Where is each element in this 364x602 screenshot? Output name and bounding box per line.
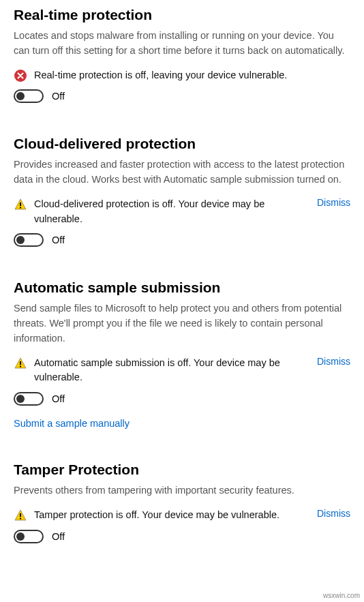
realtime-toggle-row: Off: [14, 89, 350, 103]
warning-icon: [14, 198, 27, 211]
svg-rect-4: [20, 365, 21, 367]
realtime-alert-row: Real-time protection is off, leaving you…: [14, 68, 350, 83]
svg-rect-5: [20, 513, 21, 517]
svg-rect-1: [20, 202, 21, 206]
section-cloud: Cloud-delivered protection Provides incr…: [14, 136, 350, 247]
tamper-desc: Prevents others from tampering with impo…: [14, 483, 350, 498]
tamper-toggle[interactable]: [14, 530, 44, 543]
tamper-alert-text: Tamper protection is off. Your device ma…: [34, 508, 310, 523]
cloud-title: Cloud-delivered protection: [14, 136, 350, 152]
cloud-alert-text: Cloud-delivered protection is off. Your …: [34, 197, 310, 227]
sample-alert-text: Automatic sample submission is off. Your…: [34, 356, 310, 386]
realtime-toggle[interactable]: [14, 89, 44, 103]
tamper-toggle-row: Off: [14, 530, 350, 543]
submit-sample-link[interactable]: Submit a sample manually: [14, 418, 130, 429]
realtime-title: Real-time protection: [14, 7, 350, 23]
tamper-title: Tamper Protection: [14, 462, 350, 478]
sample-toggle-row: Off: [14, 392, 350, 406]
svg-rect-2: [20, 207, 21, 208]
sample-desc: Send sample files to Microsoft to help p…: [14, 301, 350, 346]
tamper-toggle-label: Off: [52, 531, 65, 542]
sample-title: Automatic sample submission: [14, 280, 350, 296]
warning-icon: [14, 509, 27, 522]
cloud-desc: Provides increased and faster protection…: [14, 157, 350, 187]
svg-rect-6: [20, 517, 21, 519]
error-icon: [14, 69, 27, 82]
section-tamper: Tamper Protection Prevents others from t…: [14, 462, 350, 543]
svg-rect-3: [20, 361, 21, 365]
cloud-dismiss-link[interactable]: Dismiss: [317, 197, 350, 208]
tamper-dismiss-link[interactable]: Dismiss: [317, 508, 350, 519]
realtime-toggle-label: Off: [52, 91, 65, 102]
warning-icon: [14, 357, 27, 370]
realtime-desc: Locates and stops malware from installin…: [14, 29, 350, 59]
sample-toggle-label: Off: [52, 393, 65, 404]
cloud-alert-row: Cloud-delivered protection is off. Your …: [14, 197, 350, 227]
sample-toggle[interactable]: [14, 392, 44, 406]
cloud-toggle-row: Off: [14, 233, 350, 247]
cloud-toggle-label: Off: [52, 235, 65, 245]
sample-alert-row: Automatic sample submission is off. Your…: [14, 356, 350, 386]
section-realtime: Real-time protection Locates and stops m…: [14, 7, 350, 103]
section-sample: Automatic sample submission Send sample …: [14, 280, 350, 429]
realtime-alert-text: Real-time protection is off, leaving you…: [34, 68, 350, 83]
tamper-alert-row: Tamper protection is off. Your device ma…: [14, 508, 350, 523]
cloud-toggle[interactable]: [14, 233, 44, 247]
sample-dismiss-link[interactable]: Dismiss: [317, 356, 350, 367]
